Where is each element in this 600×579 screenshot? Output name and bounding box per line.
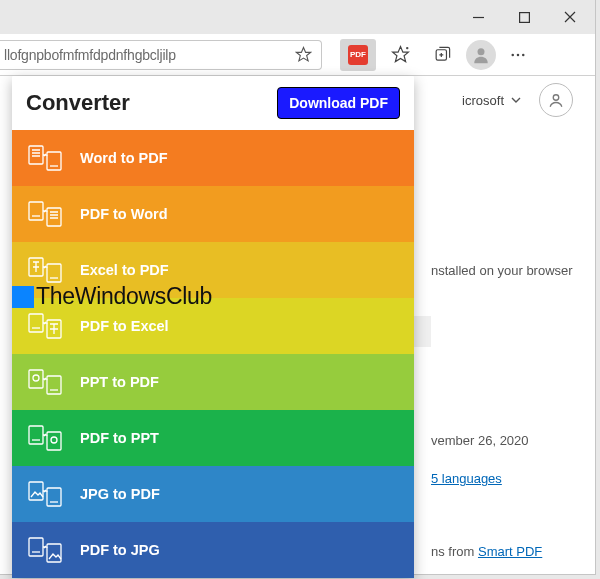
option-label: PDF to JPG: [80, 542, 160, 558]
word-to-pdf-icon: [28, 143, 62, 173]
option-label: Word to PDF: [80, 150, 168, 166]
svg-rect-25: [29, 538, 43, 556]
address-bar[interactable]: llofgnpbofmfmfdpdnfhgbcljilp: [0, 40, 322, 70]
option-label: PDF to Word: [80, 206, 168, 222]
option-pdf-to-ppt[interactable]: PDF to PPT: [12, 410, 414, 466]
svg-point-7: [522, 53, 525, 56]
collections-icon[interactable]: [424, 39, 460, 71]
option-word-to-pdf[interactable]: Word to PDF: [12, 130, 414, 186]
minimize-button[interactable]: [455, 2, 501, 32]
svg-rect-17: [29, 370, 43, 388]
download-pdf-button[interactable]: Download PDF: [277, 87, 400, 119]
page-greybox: [414, 316, 431, 347]
converter-popup: Converter Download PDF Word to PDF PDF t…: [12, 76, 414, 578]
svg-point-6: [517, 53, 520, 56]
window-titlebar: [0, 0, 595, 34]
install-text-fragment: nstalled on your browser: [431, 263, 573, 278]
microsoft-dropdown[interactable]: icrosoft: [462, 93, 521, 108]
option-ppt-to-pdf[interactable]: PPT to PDF: [12, 354, 414, 410]
svg-point-22: [51, 437, 57, 443]
pdf-extension-icon: PDF: [348, 45, 368, 65]
address-text: llofgnpbofmfmfdpdnfhgbcljilp: [4, 47, 293, 63]
svg-rect-20: [29, 426, 43, 444]
extension-button-smartpdf[interactable]: PDF: [340, 39, 376, 71]
svg-rect-0: [519, 12, 529, 22]
svg-marker-1: [296, 47, 310, 60]
microsoft-label-fragment: icrosoft: [462, 93, 504, 108]
svg-point-18: [33, 375, 39, 381]
option-pdf-to-word[interactable]: PDF to Word: [12, 186, 414, 242]
ppt-to-pdf-icon: [28, 367, 62, 397]
converter-title: Converter: [26, 90, 130, 116]
svg-rect-19: [47, 376, 61, 394]
svg-rect-14: [47, 264, 61, 282]
more-menu-icon[interactable]: [500, 39, 536, 71]
languages-link-fragment: 5 languages: [431, 471, 502, 486]
browser-toolbar: llofgnpbofmfmfdpdnfhgbcljilp PDF: [0, 34, 595, 76]
languages-link[interactable]: 5 languages: [431, 471, 502, 486]
date-text-fragment: vember 26, 2020: [431, 433, 529, 448]
svg-rect-10: [47, 152, 61, 170]
from-link-fragment: ns from Smart PDF: [431, 544, 542, 559]
profile-avatar[interactable]: [466, 40, 496, 70]
svg-point-4: [478, 48, 485, 55]
svg-rect-24: [47, 488, 61, 506]
jpg-to-pdf-icon: [28, 479, 62, 509]
svg-point-8: [553, 95, 559, 101]
svg-rect-21: [47, 432, 61, 450]
pdf-to-word-icon: [28, 199, 62, 229]
option-label: PDF to PPT: [80, 430, 159, 446]
pdf-to-excel-icon: [28, 311, 62, 341]
smart-pdf-link[interactable]: Smart PDF: [478, 544, 542, 559]
maximize-button[interactable]: [501, 2, 547, 32]
svg-marker-2: [392, 47, 408, 62]
svg-rect-9: [29, 146, 43, 164]
browser-window: llofgnpbofmfmfdpdnfhgbcljilp PDF icrosof…: [0, 0, 596, 575]
bookmark-star-icon[interactable]: [293, 45, 313, 65]
svg-rect-23: [29, 482, 43, 500]
excel-to-pdf-icon: [28, 255, 62, 285]
option-label: PDF to Excel: [80, 318, 169, 334]
option-label: Excel to PDF: [80, 262, 169, 278]
favorites-icon[interactable]: [382, 39, 418, 71]
converter-popup-header: Converter Download PDF: [12, 76, 414, 130]
option-pdf-to-jpg[interactable]: PDF to JPG: [12, 522, 414, 578]
svg-rect-15: [29, 314, 43, 332]
chevron-down-icon: [511, 95, 521, 105]
pdf-to-jpg-icon: [28, 535, 62, 565]
option-jpg-to-pdf[interactable]: JPG to PDF: [12, 466, 414, 522]
pdf-to-ppt-icon: [28, 423, 62, 453]
svg-rect-26: [47, 544, 61, 562]
option-label: PPT to PDF: [80, 374, 159, 390]
option-excel-to-pdf[interactable]: Excel to PDF: [12, 242, 414, 298]
close-button[interactable]: [547, 2, 593, 32]
svg-rect-12: [47, 208, 61, 226]
option-label: JPG to PDF: [80, 486, 160, 502]
option-pdf-to-excel[interactable]: PDF to Excel: [12, 298, 414, 354]
svg-point-5: [511, 53, 514, 56]
account-avatar-icon[interactable]: [539, 83, 573, 117]
svg-rect-11: [29, 202, 43, 220]
